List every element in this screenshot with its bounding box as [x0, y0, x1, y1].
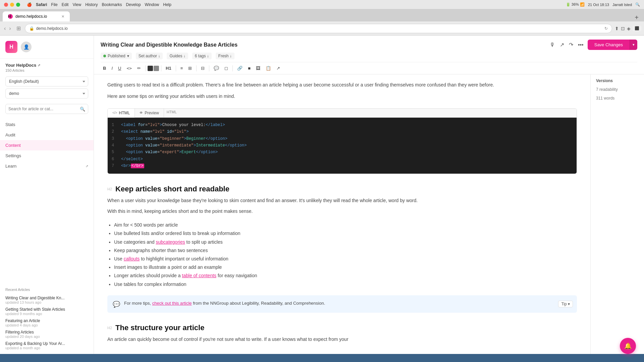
file-button[interactable]: 🖼 [254, 64, 263, 72]
recent-item-1[interactable]: Getting Started with Stale Articles upda… [5, 306, 88, 317]
code-editor[interactable]: 1 <label for="lvl">Choose your level:</l… [108, 118, 577, 174]
org-name[interactable]: Your HelpDocs ⇗ [5, 63, 88, 68]
callout-link[interactable]: check out this article [152, 301, 192, 306]
window-menu[interactable]: Window [145, 2, 159, 7]
share-button[interactable]: ⬆ [615, 26, 619, 31]
recent-item-2[interactable]: Featuring an Article updated 4 days ago [5, 317, 88, 328]
sidebar-item-settings[interactable]: Settings [0, 150, 94, 161]
history-menu[interactable]: History [85, 2, 98, 7]
bold-button[interactable]: B [101, 64, 108, 72]
ordered-list-button[interactable]: ≡ [178, 64, 185, 72]
tab-html[interactable]: </> HTML [108, 109, 135, 118]
code-line-7: 7 <br></br> [112, 163, 573, 169]
tags-button[interactable]: 6 tags ↓ [192, 53, 212, 59]
toolbar-icons: 🎙 ↗ ↷ ••• [550, 42, 584, 48]
pen-button[interactable]: ✏ [135, 64, 143, 72]
callouts-link[interactable]: callouts [124, 256, 140, 261]
comment-button[interactable]: 💬 [211, 64, 221, 72]
search-box[interactable]: 🔍 [5, 104, 88, 114]
status-label: Published [108, 54, 125, 58]
refresh-icon[interactable]: ↻ [604, 26, 608, 31]
language-select[interactable]: English (Default) [5, 76, 88, 86]
recent-item-0[interactable]: Writing Clear and Digestible Kn... updat… [5, 294, 88, 306]
close-button[interactable] [4, 3, 8, 7]
article-title[interactable]: Writing Clear and Digestible Knowledge B… [101, 42, 546, 48]
help-menu[interactable]: Help [163, 2, 171, 7]
view-menu[interactable]: View [72, 2, 81, 7]
minimize-button[interactable] [10, 3, 14, 7]
toc-link[interactable]: table of contents [182, 273, 216, 278]
edit-menu[interactable]: Edit [62, 2, 69, 7]
more-options-icon[interactable]: ••• [578, 42, 584, 48]
tab-close[interactable]: ✕ [61, 14, 64, 19]
save-dropdown-button[interactable]: ▾ [630, 40, 637, 50]
redo-icon[interactable]: ↷ [569, 42, 573, 48]
search-input[interactable] [8, 107, 78, 111]
link-button[interactable]: 🔗 [235, 64, 245, 72]
browser-actions[interactable]: ⬆ ⊡ ◈ ⬛ [615, 25, 641, 31]
browser-tab[interactable]: H demo.helpdocs.io ✕ [3, 11, 70, 21]
editor-area[interactable]: Getting users to read text is a difficul… [94, 74, 590, 354]
code-button[interactable]: <> [124, 64, 134, 72]
sidebar-item-label: Learn [5, 164, 16, 169]
project-select[interactable]: demo [5, 88, 88, 99]
nav-buttons[interactable]: ‹ › [3, 25, 12, 32]
forward-button[interactable]: › [8, 25, 12, 32]
unordered-list-button[interactable]: ⊞ [186, 64, 194, 72]
dark-swatch[interactable] [148, 66, 153, 71]
code-line-2: 2 <select name="lvl" id="lvl"> [112, 128, 573, 135]
user-avatar[interactable]: 👤 [21, 42, 32, 52]
article-meta-row: Published ▾ Set author ↓ Guides ↓ 6 tags… [101, 53, 637, 62]
apple-menu[interactable]: 🍎 [27, 2, 32, 7]
underline-button[interactable]: U [116, 64, 123, 72]
maximize-button[interactable] [16, 3, 20, 7]
save-changes-button[interactable]: Save Changes [588, 40, 630, 50]
window-controls[interactable] [4, 3, 20, 7]
gray-swatch[interactable] [154, 66, 159, 71]
external-link-button[interactable]: ↗ [274, 64, 282, 72]
published-status[interactable]: Published ▾ [101, 53, 132, 59]
embed-button[interactable]: 📋 [263, 64, 273, 72]
italic-button[interactable]: I [109, 64, 115, 72]
new-tab-button[interactable]: + [635, 14, 639, 21]
search-icon[interactable]: 🔍 [80, 107, 85, 112]
set-author-button[interactable]: Set author ↓ [136, 53, 163, 59]
guides-button[interactable]: Guides ↓ [167, 53, 188, 59]
bookmarks-menu[interactable]: Bookmarks [102, 2, 122, 7]
recent-item-3[interactable]: Filtering Articles updated 20 days ago [5, 328, 88, 340]
callout-button[interactable]: ◻ [222, 64, 230, 72]
table-button[interactable]: ⊟ [199, 64, 207, 72]
fresh-button[interactable]: Fresh ↓ [216, 53, 234, 59]
sidebar-item-label: Stats [5, 122, 15, 127]
sidebar-item-audit[interactable]: Audit [0, 130, 94, 140]
editor-layout: Getting users to read text is a difficul… [94, 74, 644, 354]
back-button[interactable]: ‹ [3, 25, 7, 32]
extensions-button[interactable]: ◈ [627, 26, 631, 31]
sidebar-item-stats[interactable]: Stats [0, 119, 94, 130]
sidebar-item-content[interactable]: Content [0, 140, 94, 150]
section-1-title: Keep articles short and readable [115, 185, 229, 193]
search-icon[interactable]: 🔍 [635, 2, 640, 7]
callout-badge[interactable]: Tip ▾ [558, 301, 573, 307]
recent-item-4[interactable]: Exporting & Backing Up Your Ar... update… [5, 340, 88, 351]
share-article-icon[interactable]: ↗ [560, 42, 564, 48]
tab-preview[interactable]: 👁 Preview [135, 109, 164, 117]
subcategories-link[interactable]: subcategories [156, 239, 185, 245]
image-button[interactable]: ■ [246, 64, 253, 72]
sidebar-item-learn[interactable]: Learn ⇗ [0, 161, 94, 171]
file-menu[interactable]: File [51, 2, 57, 7]
formatting-bar: B I U <> ✏ H1 ≡ ⊞ ⊟ 💬 ◻ [101, 62, 637, 74]
sidebar-toggle[interactable]: ⊞ [15, 24, 22, 32]
develop-menu[interactable]: Develop [126, 2, 141, 7]
extensions-button2[interactable]: ⬛ [633, 25, 641, 31]
help-fab[interactable]: 🔔 [620, 338, 636, 354]
microphone-icon[interactable]: 🎙 [550, 42, 555, 48]
new-window-button[interactable]: ⊡ [621, 26, 625, 31]
safari-menu[interactable]: Safari [36, 2, 47, 7]
sidebar: H 👤 Your HelpDocs ⇗ 150 Articles English… [0, 36, 94, 354]
section-2-title: The structure your article [115, 323, 204, 332]
heading-button[interactable]: H1 [163, 64, 174, 72]
lock-icon: 🔒 [29, 26, 34, 31]
url-bar[interactable]: 🔒 demo.helpdocs.io ↻ [25, 24, 612, 33]
section-1-paragraph-2: With this in mind, keeping articles shor… [107, 207, 577, 215]
